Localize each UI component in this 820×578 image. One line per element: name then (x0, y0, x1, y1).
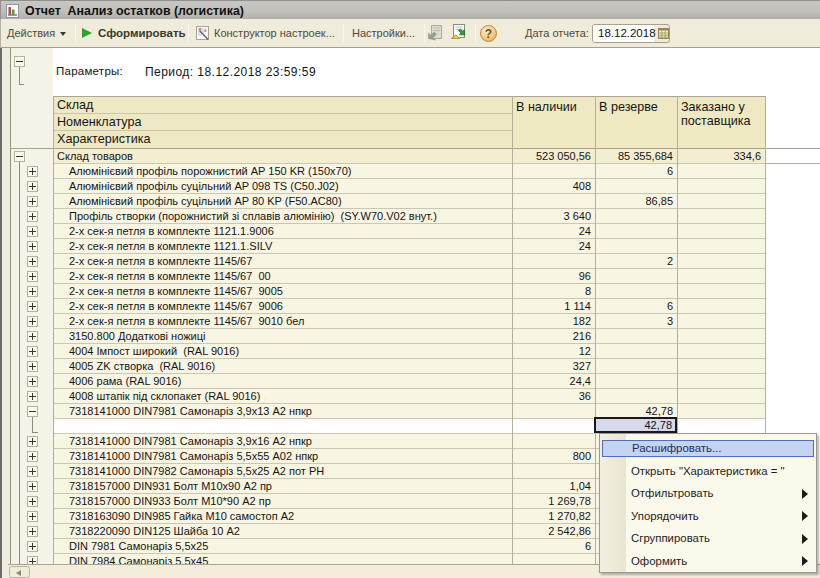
svg-text:?: ? (485, 27, 492, 41)
